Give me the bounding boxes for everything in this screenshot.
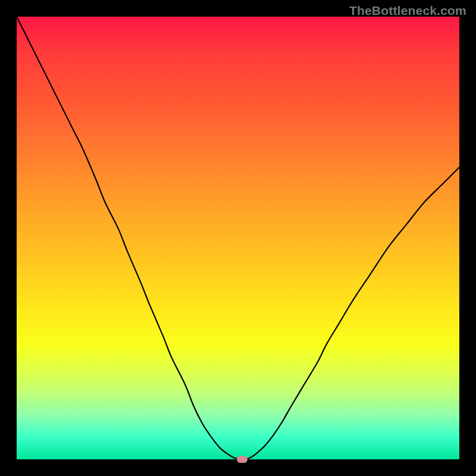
- plot-area: [17, 17, 459, 459]
- chart-frame: TheBottleneck.com: [0, 0, 476, 476]
- bottleneck-curve: [17, 17, 459, 459]
- watermark-text: TheBottleneck.com: [349, 4, 466, 18]
- optimal-point-marker: [237, 456, 248, 463]
